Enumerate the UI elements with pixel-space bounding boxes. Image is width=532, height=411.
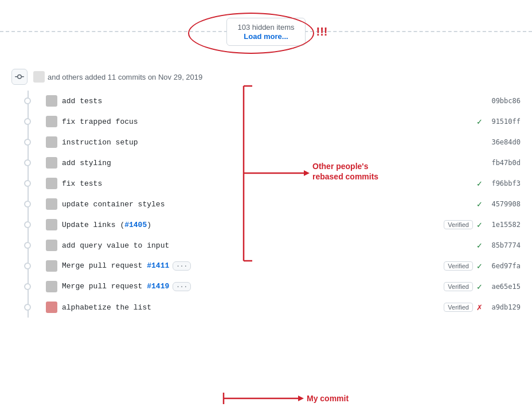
commits-section: and others added 11 commits on Nov 29, 2… xyxy=(0,63,532,329)
commit-sha[interactable]: f96bbf3 xyxy=(486,179,521,187)
commit-right: 36e84d0 xyxy=(480,138,521,146)
hidden-items-text: 103 hidden items xyxy=(237,23,294,32)
verified-badge[interactable]: Verified xyxy=(444,282,473,291)
commit-row: fix tests✓f96bbf3 xyxy=(46,173,521,194)
commit-dot xyxy=(24,139,31,146)
commit-row: fix trapped focus✓91510ff xyxy=(46,111,521,132)
commit-message: instruction setup xyxy=(62,138,480,147)
commit-row: update container styles✓4579908 xyxy=(46,194,521,214)
commits-icon xyxy=(15,72,24,81)
commit-message: Merge pull request #1411··· xyxy=(62,261,438,271)
commit-right: Verified✓1e15582 xyxy=(438,220,521,229)
commit-right: Verified✗a9db129 xyxy=(438,303,521,312)
commit-right: ✓91510ff xyxy=(471,118,521,126)
commit-avatar xyxy=(46,157,57,169)
svg-text:My commit: My commit xyxy=(307,394,349,403)
hidden-items-area: 103 hidden items Load more... !!! xyxy=(0,0,532,63)
check-green-icon: ✓ xyxy=(476,262,483,271)
commit-right: fb47b0d xyxy=(480,159,521,167)
commit-group-header: and others added 11 commits on Nov 29, 2… xyxy=(11,63,521,91)
group-header-text: and others added 11 commits on Nov 29, 2… xyxy=(48,73,202,81)
commit-row: add query value to input✓85b7774 xyxy=(46,235,521,256)
commit-sha[interactable]: 85b7774 xyxy=(486,241,521,249)
commit-dot xyxy=(24,118,31,125)
commit-message: add tests xyxy=(62,97,480,105)
commit-message: fix trapped focus xyxy=(62,118,471,126)
pr-link[interactable]: #1405 xyxy=(124,221,147,229)
check-green-icon: ✓ xyxy=(476,179,483,188)
commit-dot xyxy=(24,159,31,166)
check-green-icon: ✓ xyxy=(476,283,483,291)
commit-dot xyxy=(24,242,31,249)
commit-avatar xyxy=(46,302,57,313)
commit-sha[interactable]: 91510ff xyxy=(486,118,521,126)
commit-dot xyxy=(24,180,31,187)
verified-badge[interactable]: Verified xyxy=(444,220,473,229)
commit-row: Merge pull request #1419···Verified✓ae65… xyxy=(46,276,521,297)
commit-message: add query value to input xyxy=(62,241,471,250)
commit-avatar xyxy=(46,136,57,148)
commit-sha[interactable]: 1e15582 xyxy=(486,221,521,229)
commit-right: ✓85b7774 xyxy=(471,241,521,250)
group-icon xyxy=(11,69,28,85)
commit-right: ✓f96bbf3 xyxy=(471,179,521,188)
commit-avatar xyxy=(46,178,57,189)
commit-sha[interactable]: ae65e15 xyxy=(486,283,521,291)
commit-avatar xyxy=(46,116,57,127)
commit-message: Update links (#1405) xyxy=(62,221,438,229)
commit-right: ✓4579908 xyxy=(471,200,521,209)
check-green-icon: ✓ xyxy=(476,200,483,209)
commit-row: instruction setup36e84d0 xyxy=(46,132,521,152)
check-green-icon: ✓ xyxy=(476,118,483,126)
verified-badge[interactable]: Verified xyxy=(444,261,473,271)
commit-avatar xyxy=(46,198,57,210)
pr-link[interactable]: #1411 xyxy=(147,261,169,270)
commit-row: Merge pull request #1411···Verified✓6ed9… xyxy=(46,256,521,276)
commit-avatar xyxy=(46,260,57,272)
commit-dot xyxy=(24,201,31,208)
commit-sha[interactable]: 09bbc86 xyxy=(486,97,521,105)
commit-message: alphabetize the list xyxy=(62,303,438,312)
commit-avatar xyxy=(46,240,57,251)
commit-row: alphabetize the listVerified✗a9db129 xyxy=(46,297,521,318)
commit-timeline: add tests09bbc86fix trapped focus✓91510f… xyxy=(11,91,521,318)
check-green-icon: ✓ xyxy=(476,221,483,229)
commit-dot xyxy=(24,304,31,311)
commit-right: Verified✓6ed97fa xyxy=(438,261,521,271)
commit-dot xyxy=(24,97,31,104)
alert-icon: !!! xyxy=(316,25,328,38)
commit-avatar xyxy=(46,95,57,107)
commit-sha[interactable]: 36e84d0 xyxy=(486,138,521,146)
commit-avatar xyxy=(46,219,57,230)
cross-red-icon: ✗ xyxy=(476,303,483,312)
commit-dot xyxy=(24,283,31,290)
commit-message: fix tests xyxy=(62,179,471,188)
verified-badge[interactable]: Verified xyxy=(444,303,473,312)
commit-message: add styling xyxy=(62,159,480,167)
commit-sha[interactable]: a9db129 xyxy=(486,303,521,311)
commit-dots-button[interactable]: ··· xyxy=(173,282,191,291)
commit-right: 09bbc86 xyxy=(480,97,521,105)
commit-dot xyxy=(24,221,31,228)
commit-dots-button[interactable]: ··· xyxy=(173,261,191,271)
commit-dot xyxy=(24,263,31,269)
commit-sha[interactable]: 4579908 xyxy=(486,200,521,208)
commit-message: update container styles xyxy=(62,200,471,209)
group-header-avatar xyxy=(33,71,45,83)
check-green-icon: ✓ xyxy=(476,241,483,250)
pr-link[interactable]: #1419 xyxy=(147,282,169,291)
svg-marker-10 xyxy=(298,396,304,401)
commit-row: Update links (#1405)Verified✓1e15582 xyxy=(46,214,521,235)
commit-avatar xyxy=(46,281,57,292)
commit-right: Verified✓ae65e15 xyxy=(438,282,521,291)
commit-sha[interactable]: fb47b0d xyxy=(486,159,521,167)
commit-message: Merge pull request #1419··· xyxy=(62,282,438,291)
commit-row: add stylingfb47b0d xyxy=(46,152,521,173)
commit-row: add tests09bbc86 xyxy=(46,91,521,111)
load-more-link[interactable]: Load more... xyxy=(244,32,288,41)
commit-sha[interactable]: 6ed97fa xyxy=(486,262,521,270)
hidden-items-box: 103 hidden items Load more... !!! xyxy=(226,18,305,46)
